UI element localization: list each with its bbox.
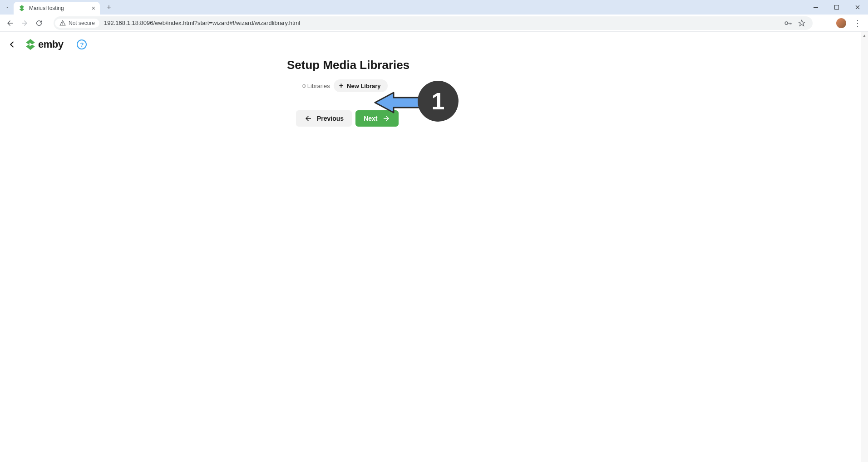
password-key-icon[interactable] [784, 19, 793, 28]
app-content: emby ? Setup Media Libraries 0 Libraries… [0, 32, 868, 127]
address-bar[interactable]: Not secure 192.168.1.18:8096/web/index.h… [54, 16, 813, 30]
emby-logo[interactable]: emby [25, 39, 63, 50]
library-count-label: 0 Libraries [302, 83, 330, 89]
app-back-button[interactable] [6, 39, 17, 50]
emby-logo-text: emby [38, 39, 63, 50]
arrow-right-icon [382, 114, 390, 123]
toolbar-right: ⋮ [819, 18, 864, 28]
new-library-label: New Library [347, 83, 380, 89]
profile-avatar[interactable] [836, 18, 846, 28]
svg-rect-0 [814, 7, 818, 8]
reload-button[interactable] [33, 17, 45, 29]
page-title: Setup Media Libraries [287, 58, 868, 72]
bookmark-star-icon[interactable] [797, 19, 806, 28]
vertical-scrollbar[interactable]: ▲ [861, 32, 868, 462]
forward-button[interactable] [18, 17, 31, 29]
not-secure-label: Not secure [69, 20, 95, 26]
new-tab-button[interactable]: + [103, 1, 115, 14]
svg-point-4 [785, 22, 788, 25]
arrow-left-icon [304, 114, 312, 123]
next-label: Next [364, 115, 377, 122]
browser-tab[interactable]: MariusHosting × [14, 2, 100, 15]
next-button[interactable]: Next [355, 110, 398, 127]
maximize-button[interactable] [826, 0, 847, 15]
tabs-dropdown[interactable] [3, 1, 12, 14]
wizard-nav-row: Previous Next [296, 110, 868, 127]
new-library-button[interactable]: + New Library [334, 79, 388, 92]
back-button[interactable] [4, 17, 16, 29]
browser-tab-strip: MariusHosting × + [0, 0, 868, 15]
scroll-up-icon[interactable]: ▲ [861, 32, 868, 39]
minimize-button[interactable] [805, 0, 826, 15]
tab-title: MariusHosting [29, 5, 88, 11]
library-row: 0 Libraries + New Library [302, 79, 868, 92]
url-text: 192.168.1.18:8096/web/index.html?start=w… [104, 20, 300, 26]
svg-rect-2 [62, 22, 63, 24]
help-icon[interactable]: ? [77, 39, 87, 49]
tab-close-icon[interactable]: × [92, 5, 95, 11]
emby-favicon-icon [18, 5, 25, 12]
warning-icon [59, 20, 66, 26]
window-controls [805, 0, 868, 15]
security-chip[interactable]: Not secure [55, 19, 99, 28]
chrome-menu-icon[interactable]: ⋮ [853, 18, 862, 28]
previous-button[interactable]: Previous [296, 110, 352, 127]
plus-icon: + [339, 82, 343, 89]
emby-logo-icon [25, 39, 36, 50]
svg-rect-3 [62, 24, 63, 25]
app-header: emby ? [0, 32, 868, 57]
close-window-button[interactable] [847, 0, 868, 15]
previous-label: Previous [317, 115, 344, 122]
svg-rect-1 [835, 5, 839, 10]
browser-toolbar: Not secure 192.168.1.18:8096/web/index.h… [0, 15, 868, 32]
wizard-content: Setup Media Libraries 0 Libraries + New … [287, 58, 868, 127]
